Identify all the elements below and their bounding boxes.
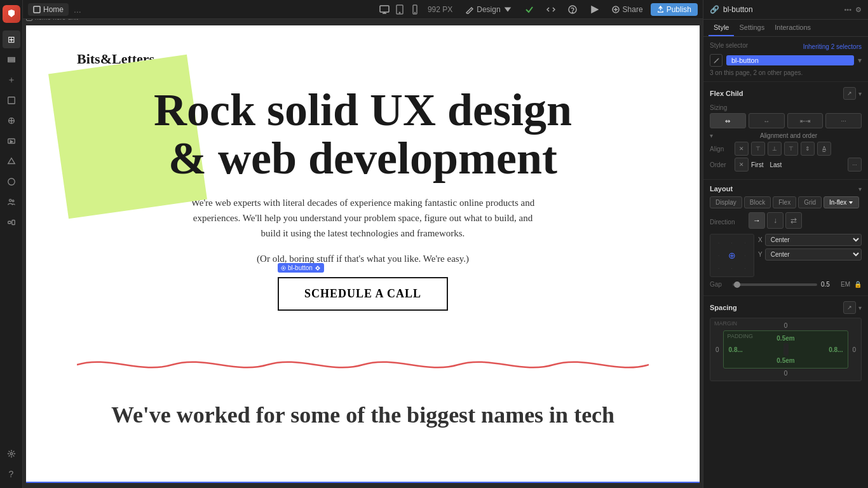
tab-interactions[interactable]: Interactions — [770, 20, 816, 36]
spacing-header: Spacing ↗ ▾ — [710, 301, 862, 314]
svg-point-17 — [414, 12, 415, 13]
spacing-collapse-arrow[interactable]: ▾ — [858, 304, 862, 311]
align-btn-stretch[interactable]: ⇕ — [801, 142, 815, 156]
dir-down[interactable]: ↓ — [767, 212, 783, 229]
style-selector-section: Style selector Inheriting 2 selectors bl… — [703, 37, 868, 82]
sizing-btn-fixed[interactable]: ⇤⇥ — [787, 113, 824, 128]
check-btn[interactable] — [520, 3, 539, 16]
selector-dropdown-arrow[interactable]: ▾ — [858, 56, 862, 65]
sidebar-icon-layers[interactable] — [3, 51, 20, 69]
rp-info-text: 3 on this page, 2 on other pages. — [710, 69, 862, 76]
order-btn-more[interactable]: ··· — [848, 158, 862, 172]
share-btn[interactable]: Share — [606, 3, 648, 16]
gap-slider[interactable] — [733, 283, 817, 286]
canvas-wrapper: home-hero-unit Bits&Letters Rock solid U… — [23, 19, 703, 488]
layout-section: Layout ▾ Display Block Flex Grid In-flex… — [703, 180, 868, 296]
mobile-icon[interactable] — [410, 4, 420, 15]
design-mode-btn[interactable]: Design — [460, 3, 517, 16]
sidebar-icon-plugins[interactable] — [3, 214, 20, 231]
align-btn-x[interactable]: ✕ — [735, 142, 749, 156]
order-btn-clear[interactable]: ✕ — [735, 158, 749, 172]
desktop-icon[interactable] — [379, 4, 390, 15]
sidebar-icon-components[interactable] — [3, 112, 20, 130]
gap-lock-icon[interactable]: 🔒 — [854, 281, 862, 288]
device-icons — [379, 4, 420, 15]
rp-header-dots[interactable]: ••• — [844, 6, 851, 13]
align-label-text: Align — [710, 146, 732, 152]
padding-label: PADDING — [728, 333, 753, 339]
grid-btn[interactable]: Grid — [798, 196, 822, 208]
order-first: First — [751, 161, 763, 168]
padding-bottom-value[interactable]: 0.5em — [726, 356, 846, 365]
dir-reverse-right[interactable]: ⇄ — [785, 212, 802, 229]
page-tab[interactable]: Home — [28, 3, 69, 16]
flex-child-collapse-arrow[interactable]: ▾ — [858, 90, 862, 97]
svg-rect-10 — [11, 220, 14, 225]
sidebar-icon-list[interactable] — [3, 173, 20, 191]
block-btn[interactable]: Block — [744, 196, 771, 208]
sizing-btn-grow[interactable]: ↔ — [749, 113, 785, 128]
publish-button[interactable]: Publish — [651, 3, 698, 16]
margin-bottom-value[interactable]: 0 — [713, 369, 858, 378]
rp-header-gear[interactable]: ⚙ — [855, 6, 862, 14]
sizing-btn-more[interactable]: ··· — [825, 113, 862, 128]
sidebar-icon-users[interactable] — [3, 193, 20, 211]
alignment-toggle[interactable]: ▾ — [710, 132, 713, 139]
svg-rect-0 — [8, 58, 15, 59]
sidebar-icon-settings[interactable] — [3, 445, 20, 463]
sidebar-icon-home[interactable]: ⊞ — [3, 30, 20, 48]
sidebar-icon-shapes[interactable] — [3, 152, 20, 170]
sidebar-icon-box[interactable] — [3, 92, 20, 109]
help-btn[interactable] — [563, 3, 582, 16]
y-select[interactable]: CenterTopBottom — [765, 248, 862, 261]
preview-btn[interactable] — [585, 3, 604, 16]
layout-collapse-arrow[interactable]: ▾ — [858, 186, 862, 193]
padding-right-value[interactable]: 0.8... — [826, 346, 845, 353]
x-select[interactable]: CenterLeftRight — [765, 234, 862, 246]
bl-button-tag: bl-button — [288, 264, 313, 271]
design-btn-label: Design — [477, 5, 500, 14]
sizing-btn-shrink[interactable]: ⇔ — [710, 113, 746, 128]
dir-right[interactable]: → — [749, 212, 765, 229]
align-btn-middle[interactable]: ⊥ — [768, 142, 782, 156]
align-btn-baseline[interactable]: A̲ — [817, 142, 831, 156]
tablet-icon[interactable] — [395, 4, 405, 15]
top-bar: Home ... 992 PX Design Share — [23, 0, 703, 19]
display-btn[interactable]: Display — [710, 196, 742, 208]
align-cell-br: · — [739, 262, 750, 274]
padding-left-value[interactable]: 0.8... — [726, 346, 745, 353]
inheriting-text: Inheriting 2 selectors — [803, 43, 862, 50]
sidebar-icon-media[interactable] — [3, 132, 20, 150]
svg-point-11 — [10, 452, 13, 455]
app-logo[interactable] — [3, 5, 20, 23]
align-cell-tc: · — [726, 237, 738, 248]
selector-badge[interactable]: bl-button — [726, 55, 854, 65]
margin-label: MARGIN — [714, 320, 737, 327]
align-cell-center[interactable]: ⊕ — [726, 250, 738, 261]
svg-rect-9 — [8, 221, 10, 224]
align-btn-bottom[interactable]: ⊤ — [784, 142, 798, 156]
sidebar-icon-help[interactable]: ? — [3, 465, 20, 483]
tab-style[interactable]: Style — [709, 20, 734, 36]
tab-settings[interactable]: Settings — [734, 20, 770, 36]
svg-rect-13 — [380, 6, 389, 12]
align-btn-top[interactable]: ⊤ — [751, 142, 765, 156]
inflex-btn[interactable]: In-flex — [824, 196, 859, 208]
margin-left-value[interactable]: 0 — [713, 346, 722, 353]
flex-child-expand-btn[interactable]: ↗ — [843, 87, 856, 100]
wave-section — [26, 349, 700, 383]
selector-row: bl-button ▾ — [710, 54, 862, 67]
sizing-row-container: Sizing ⇔ ↔ ⇤⇥ ··· — [710, 104, 862, 128]
spacing-expand-btn[interactable]: ↗ — [843, 301, 856, 314]
below-fold-section: We've worked for some of the biggest nam… — [26, 383, 700, 447]
tab-more-dots[interactable]: ... — [74, 4, 81, 15]
flex-btn[interactable]: Flex — [773, 196, 796, 208]
selector-link-icon — [710, 54, 722, 67]
margin-right-value[interactable]: 0 — [850, 346, 858, 353]
code-btn[interactable] — [541, 3, 560, 16]
margin-sides: 0 PADDING 0.5em 0.8... 0.8... 0.5em 0 — [713, 330, 858, 369]
below-fold-title: We've worked for some of the biggest nam… — [77, 402, 649, 428]
sidebar-icon-add[interactable]: ＋ — [3, 71, 20, 89]
hero-title-line1: Rock solid UX design — [154, 85, 572, 135]
schedule-call-button[interactable]: SCHEDULE A CALL — [278, 277, 448, 311]
